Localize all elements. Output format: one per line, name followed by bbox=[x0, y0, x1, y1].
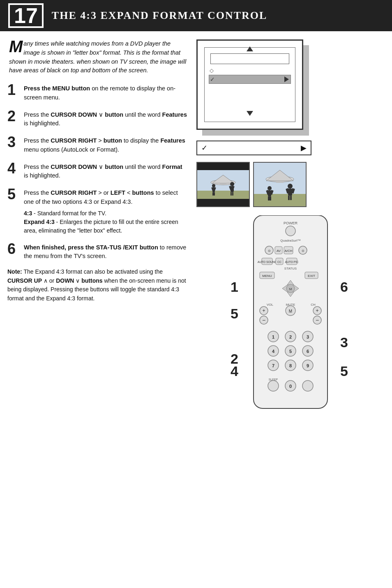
svg-rect-18 bbox=[232, 192, 233, 196]
svg-text:A/CH: A/CH bbox=[284, 249, 292, 253]
expanded-svg bbox=[254, 163, 306, 206]
format-expand: Expand 4:3 - Enlarges the picture to fil… bbox=[24, 218, 188, 235]
step-4-bold2: button bbox=[105, 164, 123, 170]
svg-point-13 bbox=[230, 182, 234, 186]
intro-body: any times while watching movies from a D… bbox=[9, 40, 186, 74]
svg-text:MENU: MENU bbox=[262, 274, 272, 278]
image-letterbox bbox=[196, 162, 250, 207]
step-6-number: 6 bbox=[7, 242, 20, 256]
menu-check-icon: ✓ bbox=[201, 143, 208, 152]
format-43: 4:3 - Standard format for the TV. bbox=[24, 209, 188, 218]
step-3-number: 3 bbox=[7, 135, 20, 150]
remote-diagram: 1 6 5 2 3 4 5 POWER bbox=[196, 215, 385, 413]
svg-text:+: + bbox=[316, 308, 318, 314]
svg-point-38 bbox=[286, 226, 295, 236]
svg-text:EXIT: EXIT bbox=[308, 274, 315, 278]
step-3-bold3: Features bbox=[160, 137, 185, 144]
svg-text:CH: CH bbox=[311, 303, 316, 307]
step-6-bold: When finished, press the STA-TUS /EXIT b… bbox=[24, 244, 158, 251]
step-5-bold2: LEFT bbox=[111, 189, 125, 196]
svg-text:6: 6 bbox=[307, 349, 309, 354]
header: 17 The 4:3 Expand Format Control bbox=[0, 0, 392, 31]
svg-rect-3 bbox=[197, 191, 249, 199]
svg-text:VOL: VOL bbox=[267, 303, 274, 307]
svg-text:4: 4 bbox=[272, 349, 275, 354]
up-arrow-icon bbox=[247, 46, 253, 51]
note-bold1: CURSOR UP bbox=[7, 277, 42, 284]
svg-rect-29 bbox=[270, 196, 271, 201]
step-2-text: Press the CURSOR DOWN ∨ button until the… bbox=[24, 109, 188, 129]
svg-text:1: 1 bbox=[272, 334, 274, 339]
check-icon: ✓ bbox=[210, 76, 215, 83]
content-wrapper: M any times while watching movies from a… bbox=[0, 39, 392, 413]
remote-overlay: 1 6 5 2 3 4 5 POWER bbox=[245, 215, 336, 413]
step-4-number: 4 bbox=[7, 161, 20, 176]
svg-rect-34 bbox=[288, 196, 290, 200]
svg-text:STATUS: STATUS bbox=[284, 267, 297, 270]
step-1-number: 1 bbox=[7, 83, 20, 97]
overlay-5b: 5 bbox=[340, 363, 348, 379]
step-5: 5 Press the CURSOR RIGHT > or LEFT < but… bbox=[7, 187, 188, 235]
step-2-number: 2 bbox=[7, 109, 20, 124]
note-label: Note: bbox=[7, 268, 22, 275]
page: 17 The 4:3 Expand Format Control M any t… bbox=[0, 0, 392, 588]
format-expand-label: Expand 4:3 bbox=[24, 219, 55, 225]
overlay-5: 5 bbox=[231, 306, 238, 322]
step-3: 3 Press the CURSOR RIGHT > button to dis… bbox=[7, 135, 188, 154]
step-5-text: Press the CURSOR RIGHT > or LEFT < butto… bbox=[24, 187, 188, 235]
overlay-4: 4 bbox=[231, 363, 238, 379]
step-1: 1 Press the MENU button on the remote to… bbox=[7, 83, 188, 102]
step-2: 2 Press the CURSOR DOWN ∨ button until t… bbox=[7, 109, 188, 129]
svg-text:5: 5 bbox=[289, 349, 292, 354]
svg-rect-20 bbox=[254, 194, 306, 206]
svg-point-30 bbox=[288, 184, 293, 189]
svg-point-24 bbox=[267, 186, 272, 190]
svg-text:QuadraSurf™: QuadraSurf™ bbox=[280, 239, 300, 242]
svg-text:AV: AV bbox=[277, 249, 281, 253]
svg-text:+: + bbox=[262, 308, 265, 314]
overlay-1: 1 bbox=[231, 279, 238, 295]
step-5-bold1: CURSOR RIGHT bbox=[51, 189, 97, 196]
down-arrow-icon bbox=[247, 111, 253, 116]
intro-text: M any times while watching movies from a… bbox=[7, 39, 188, 75]
note-bold3: buttons bbox=[81, 277, 102, 284]
image-expanded bbox=[253, 162, 307, 207]
step-4-text: Press the CURSOR DOWN ∨ button until the… bbox=[24, 161, 188, 181]
svg-point-100 bbox=[302, 380, 313, 391]
step-3-bold1: CURSOR RIGHT bbox=[51, 137, 97, 144]
step-2-bold1: CURSOR DOWN bbox=[51, 111, 97, 118]
svg-text:⊙: ⊙ bbox=[302, 249, 304, 253]
drop-cap: M bbox=[9, 39, 23, 53]
menu-right-arrow-icon: ▶ bbox=[301, 143, 307, 152]
svg-text:0: 0 bbox=[289, 384, 292, 389]
svg-rect-0 bbox=[197, 163, 249, 170]
format-43-label: 4:3 bbox=[24, 210, 32, 217]
step-3-text: Press the CURSOR RIGHT > button to displ… bbox=[24, 135, 188, 154]
svg-rect-6 bbox=[220, 183, 226, 185]
svg-text:M: M bbox=[289, 287, 292, 291]
svg-rect-12 bbox=[214, 192, 215, 196]
page-number: 17 bbox=[8, 3, 44, 28]
step-4-bold1: CURSOR DOWN bbox=[51, 164, 97, 170]
letterbox-svg bbox=[197, 163, 249, 206]
svg-text:2: 2 bbox=[289, 334, 292, 339]
overlay-3: 3 bbox=[340, 334, 348, 350]
step-2-bold3: Features bbox=[162, 111, 187, 118]
svg-rect-28 bbox=[268, 196, 270, 201]
svg-text:−: − bbox=[262, 317, 265, 323]
svg-text:7: 7 bbox=[272, 363, 274, 368]
page-title: The 4:3 Expand Format Control bbox=[52, 9, 267, 22]
svg-text:POWER: POWER bbox=[284, 221, 298, 225]
step-5-number: 5 bbox=[7, 187, 20, 202]
tv-diagram: ◇ ✓ bbox=[196, 39, 309, 136]
svg-text:9: 9 bbox=[307, 363, 309, 368]
note-bold2: DOWN bbox=[56, 277, 74, 284]
remote-svg: POWER QuadraSurf™ ⊙ AV A/CH bbox=[245, 215, 336, 413]
left-panel: M any times while watching movies from a… bbox=[7, 39, 188, 413]
svg-text:8: 8 bbox=[289, 363, 292, 368]
svg-text:3: 3 bbox=[307, 334, 309, 339]
menu-bar-row: ✓ ▶ bbox=[196, 141, 311, 155]
step-2-bold2: button bbox=[105, 111, 123, 118]
svg-rect-1 bbox=[197, 199, 249, 206]
step-4: 4 Press the CURSOR DOWN ∨ button until t… bbox=[7, 161, 188, 181]
